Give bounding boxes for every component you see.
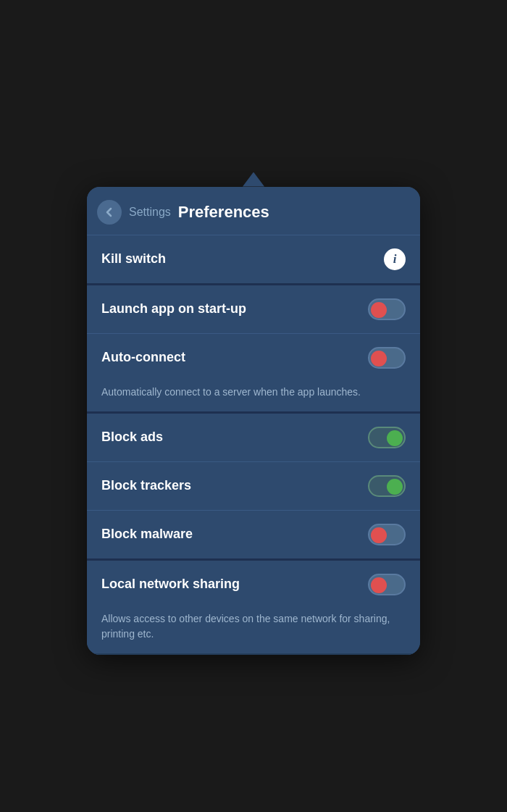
info-icon-symbol: i: [393, 253, 397, 265]
launch-app-row: Launch app on start-up: [87, 285, 420, 333]
block-trackers-row: Block trackers: [87, 462, 420, 510]
local-network-section: Local network sharing Allows access to o…: [87, 561, 420, 655]
block-malware-toggle[interactable]: [368, 524, 406, 545]
auto-connect-toggle[interactable]: [368, 347, 406, 369]
launch-app-label: Launch app on start-up: [101, 301, 246, 317]
local-network-toggle[interactable]: [368, 574, 406, 595]
kill-switch-section: Kill switch i: [87, 235, 420, 285]
launch-app-toggle[interactable]: [368, 298, 406, 320]
block-trackers-label: Block trackers: [101, 478, 191, 493]
block-ads-toggle-knob: [387, 430, 403, 446]
block-ads-label: Block ads: [101, 430, 163, 445]
auto-connect-toggle-knob: [371, 351, 387, 367]
block-ads-row: Block ads: [87, 414, 420, 461]
block-malware-label: Block malware: [101, 527, 193, 542]
info-icon[interactable]: i: [384, 248, 406, 270]
blocking-group-section: Block ads Block trackers Block malware: [87, 414, 420, 561]
local-network-toggle-knob: [371, 577, 387, 593]
preferences-panel: Settings Preferences Kill switch i Launc…: [87, 187, 420, 655]
block-malware-toggle-knob: [371, 527, 387, 543]
local-network-description: Allows access to other devices on the sa…: [87, 608, 420, 653]
block-trackers-toggle-knob: [387, 479, 403, 495]
tooltip-pip: [243, 172, 264, 187]
auto-connect-label: Auto-connect: [101, 350, 185, 365]
back-button[interactable]: [97, 200, 122, 225]
kill-switch-label: Kill switch: [101, 251, 166, 267]
local-network-label: Local network sharing: [101, 577, 240, 592]
header-title: Preferences: [178, 203, 269, 222]
block-ads-toggle[interactable]: [368, 427, 406, 448]
block-malware-row: Block malware: [87, 511, 420, 558]
kill-switch-row: Kill switch i: [87, 235, 420, 283]
block-trackers-toggle[interactable]: [368, 475, 406, 497]
header: Settings Preferences: [87, 187, 420, 235]
auto-connect-description: Automatically connect to a server when t…: [87, 382, 420, 411]
startup-group-section: Launch app on start-up Auto-connect Auto…: [87, 285, 420, 414]
launch-app-toggle-knob: [371, 302, 387, 318]
auto-connect-row: Auto-connect: [87, 334, 420, 382]
header-settings-label: Settings: [129, 206, 171, 219]
local-network-row: Local network sharing: [87, 561, 420, 608]
